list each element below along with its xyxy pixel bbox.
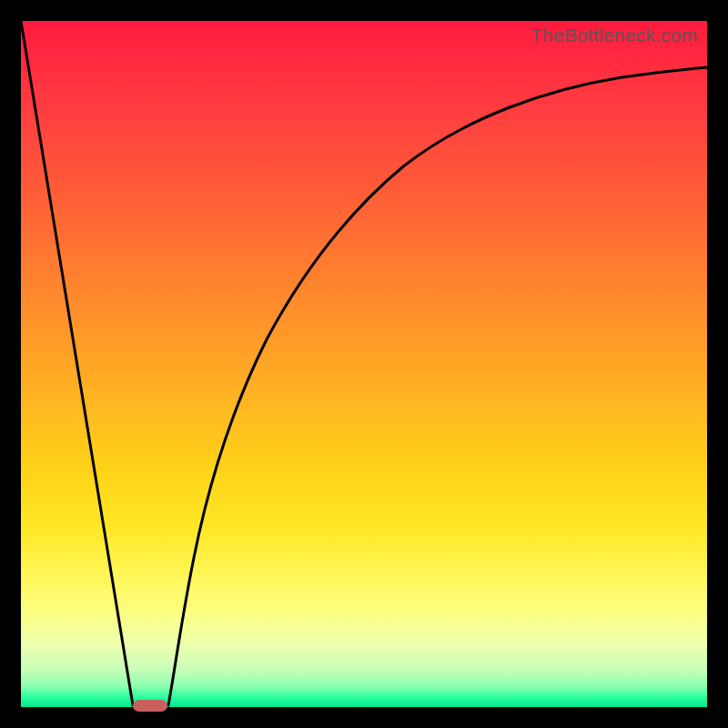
plot-area: TheBottleneck.com — [21, 21, 707, 707]
bottleneck-marker — [133, 700, 167, 712]
chart-curves — [21, 21, 707, 707]
curve-left-line — [21, 21, 133, 705]
chart-frame: TheBottleneck.com — [0, 0, 728, 728]
curve-right — [168, 67, 707, 705]
